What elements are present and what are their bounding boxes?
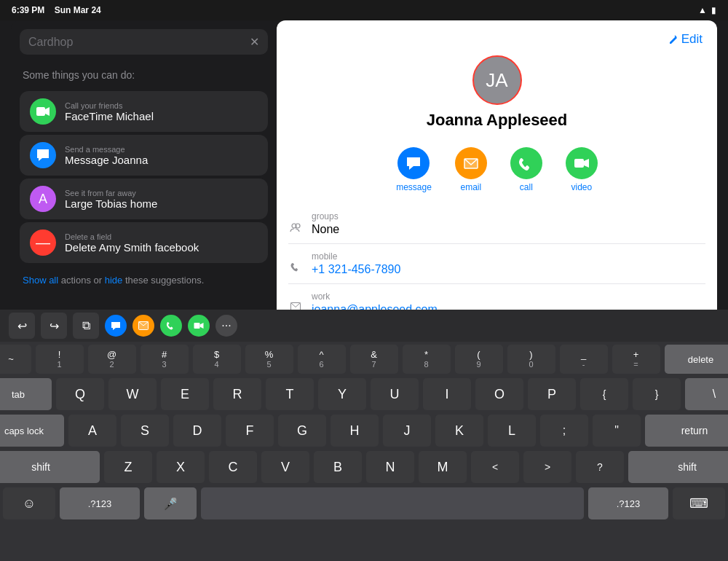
key-space[interactable] [201, 487, 584, 519]
key-equals[interactable]: += [612, 345, 660, 374]
video-action-button[interactable]: video [566, 147, 598, 192]
key-n[interactable]: N [366, 451, 414, 483]
key-d[interactable]: D [173, 415, 221, 447]
message-action-button[interactable]: message [396, 147, 432, 192]
search-input[interactable] [28, 36, 244, 49]
call-action-label: call [520, 182, 533, 192]
key-8[interactable]: *8 [403, 345, 451, 374]
key-9[interactable]: (9 [455, 345, 503, 374]
svg-marker-1 [45, 107, 50, 116]
call-action-icon [510, 147, 542, 179]
key-tilde[interactable]: ~ [0, 345, 31, 374]
key-j[interactable]: J [383, 415, 431, 447]
key-comma[interactable]: < [471, 451, 519, 483]
detail-mobile[interactable]: mobile +1 321-456-7890 [288, 244, 705, 284]
key-q[interactable]: Q [56, 378, 104, 410]
key-tab[interactable]: tab [0, 378, 52, 410]
key-num-left[interactable]: .?123 [60, 487, 140, 519]
key-g[interactable]: G [278, 415, 326, 447]
groups-icon [288, 221, 303, 235]
key-shift-right[interactable]: shift [628, 451, 728, 483]
message-toolbar-icon[interactable] [105, 315, 127, 337]
email-toolbar-icon[interactable] [132, 315, 154, 337]
key-w[interactable]: W [108, 378, 157, 410]
key-a[interactable]: A [68, 415, 116, 447]
more-toolbar-button[interactable]: ··· [215, 315, 237, 337]
key-l[interactable]: L [488, 415, 536, 447]
contact-header: Edit [277, 20, 717, 55]
zxcv-row: shift Z X C V B N M < > ? shift [3, 451, 725, 483]
key-shift-left[interactable]: shift [0, 451, 100, 483]
svg-marker-4 [584, 159, 589, 168]
delete-text: Delete a field Delete Amy Smith facebook [65, 232, 199, 254]
key-o[interactable]: O [475, 378, 523, 410]
key-7[interactable]: &7 [350, 345, 398, 374]
key-z[interactable]: Z [104, 451, 152, 483]
groups-content: groups None [312, 211, 705, 236]
key-s[interactable]: S [121, 415, 169, 447]
suggestion-message[interactable]: Send a message Message Joanna [20, 135, 268, 176]
key-semicolon[interactable]: ; [540, 415, 588, 447]
key-t[interactable]: T [266, 378, 314, 410]
key-3[interactable]: #3 [141, 345, 189, 374]
edit-button[interactable]: Edit [667, 32, 703, 47]
qwerty-row: tab Q W E R T Y U I O P { } \ [3, 378, 725, 410]
hide-link[interactable]: hide [105, 275, 123, 286]
key-p[interactable]: P [528, 378, 576, 410]
key-f[interactable]: F [226, 415, 274, 447]
key-mic[interactable]: 🎤 [144, 487, 197, 519]
key-lbrace[interactable]: { [580, 378, 628, 410]
key-period[interactable]: > [523, 451, 571, 483]
copy-button[interactable]: ⧉ [73, 313, 99, 339]
search-bar[interactable]: ✕ [20, 29, 268, 55]
video-toolbar-icon[interactable] [188, 315, 210, 337]
search-clear-button[interactable]: ✕ [250, 35, 259, 49]
show-all-link[interactable]: Show all [23, 275, 58, 286]
key-1[interactable]: !1 [36, 345, 84, 374]
suggestion-delete[interactable]: — Delete a field Delete Amy Smith facebo… [20, 222, 268, 263]
suggestions-footer: Show all actions or hide these suggestio… [11, 266, 277, 294]
key-y[interactable]: Y [318, 378, 366, 410]
email-action-label: email [461, 182, 482, 192]
suggestion-facetime[interactable]: Call your friends FaceTime Michael [20, 91, 268, 132]
key-0[interactable]: )0 [507, 345, 555, 374]
redo-button[interactable]: ↪ [41, 313, 67, 339]
key-m[interactable]: M [419, 451, 467, 483]
email-action-button[interactable]: email [455, 147, 487, 192]
key-delete[interactable]: delete [665, 345, 729, 374]
key-b[interactable]: B [314, 451, 362, 483]
svg-rect-3 [574, 159, 584, 168]
detail-work-email[interactable]: work joanna@appleseed.com [288, 284, 705, 310]
key-c[interactable]: C [209, 451, 257, 483]
key-r[interactable]: R [213, 378, 261, 410]
keyboard: ~ !1 @2 #3 $4 %5 ^6 &7 * [0, 342, 728, 525]
key-num-right[interactable]: .?123 [588, 487, 668, 519]
key-2[interactable]: @2 [88, 345, 136, 374]
key-quote[interactable]: " [593, 415, 641, 447]
key-4[interactable]: $4 [193, 345, 241, 374]
suggestion-large[interactable]: A See it from far away Large Tobias home [20, 178, 268, 219]
key-minus[interactable]: _- [560, 345, 608, 374]
contact-name: Joanna Appleseed [427, 111, 568, 130]
key-keyboard[interactable]: ⌨ [673, 487, 725, 519]
key-rbrace[interactable]: } [633, 378, 681, 410]
message-action-label: message [396, 182, 432, 192]
key-emoji[interactable]: ☺ [3, 487, 55, 519]
key-5[interactable]: %5 [245, 345, 293, 374]
key-return[interactable]: return [645, 415, 728, 447]
key-i[interactable]: I [423, 378, 471, 410]
key-u[interactable]: U [371, 378, 419, 410]
call-toolbar-icon[interactable] [160, 315, 182, 337]
call-action-button[interactable]: call [510, 147, 542, 192]
key-x[interactable]: X [157, 451, 205, 483]
avatar: JA [472, 55, 522, 105]
key-e[interactable]: E [161, 378, 209, 410]
key-capslock[interactable]: caps lock [0, 415, 64, 447]
key-slash[interactable]: ? [576, 451, 624, 483]
key-6[interactable]: ^6 [298, 345, 346, 374]
key-v[interactable]: V [261, 451, 309, 483]
key-backslash[interactable]: \ [685, 378, 728, 410]
key-k[interactable]: K [435, 415, 483, 447]
key-h[interactable]: H [331, 415, 379, 447]
undo-button[interactable]: ↩ [9, 313, 35, 339]
